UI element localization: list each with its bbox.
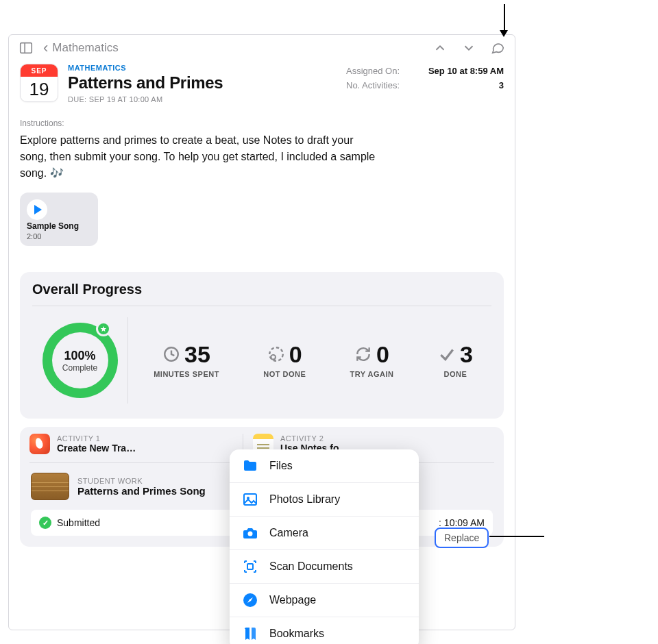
svg-rect-0 — [21, 43, 32, 53]
clock-icon — [162, 345, 180, 363]
attachment-source-menu: Files Photos Library Camera Scan Documen… — [230, 449, 419, 644]
assigned-on-label: Assigned On: — [346, 66, 400, 76]
menu-item-files[interactable]: Files — [230, 449, 419, 482]
submission-time: : 10:09 AM — [439, 517, 485, 528]
attachment-duration: 2:00 — [27, 232, 91, 240]
back-button[interactable]: ‹ Mathematics — [43, 40, 119, 55]
due-line: DUE: SEP 19 AT 10:00 AM — [68, 95, 337, 103]
svg-rect-10 — [247, 564, 253, 569]
replace-button[interactable]: Replace — [435, 528, 489, 548]
stat-done: 3 DONE — [438, 343, 473, 378]
safari-icon — [242, 592, 258, 608]
overall-progress-card: Overall Progress 100% Complete ★ 35 — [20, 272, 504, 419]
photo-icon — [242, 491, 258, 508]
work-thumbnail-icon — [31, 473, 69, 500]
bookmark-icon — [242, 626, 258, 642]
camera-icon — [242, 525, 258, 541]
submission-status: Submitted — [57, 517, 100, 528]
progress-percent: 100% — [64, 349, 95, 363]
calendar-date-icon: SEP 19 — [20, 64, 58, 102]
stat-minutes-spent: 35 MINUTES SPENT — [154, 343, 219, 378]
activity-item[interactable]: ACTIVITY 1 Create New Tra… — [29, 434, 243, 454]
submitted-check-icon: ✓ — [39, 517, 51, 529]
next-icon[interactable] — [461, 40, 476, 55]
overall-progress-title: Overall Progress — [32, 282, 491, 306]
not-done-icon — [267, 345, 285, 363]
scan-icon — [242, 558, 258, 575]
assignment-header: SEP 19 MATHEMATICS Patterns and Primes D… — [9, 64, 515, 109]
assignment-title: Patterns and Primes — [68, 73, 337, 92]
checkmark-icon — [438, 345, 456, 363]
subject-label: MATHEMATICS — [68, 64, 337, 72]
stats-row: 35 MINUTES SPENT 0 NOT DONE 0 — [135, 343, 491, 378]
menu-item-scan[interactable]: Scan Documents — [230, 549, 419, 583]
callout-line-replace — [489, 536, 544, 537]
play-icon[interactable] — [27, 199, 47, 220]
folder-icon — [242, 458, 258, 474]
star-badge-icon: ★ — [96, 321, 111, 336]
svg-rect-7 — [244, 494, 256, 505]
prev-icon[interactable] — [432, 40, 448, 55]
toolbar: ‹ Mathematics — [9, 35, 515, 64]
menu-item-camera[interactable]: Camera — [230, 516, 419, 549]
calendar-day: 19 — [29, 77, 49, 98]
sidebar-toggle-icon[interactable] — [19, 40, 34, 55]
meta-block: Assigned On: Sep 10 at 8:59 AM No. Activ… — [346, 64, 504, 92]
attachment-card[interactable]: Sample Song 2:00 — [20, 193, 98, 246]
instructions-label: Instructions: — [9, 109, 515, 131]
svg-point-9 — [248, 532, 253, 536]
stat-try-again: 0 TRY AGAIN — [350, 343, 394, 378]
menu-item-photos[interactable]: Photos Library — [230, 482, 419, 516]
menu-item-webpage[interactable]: Webpage — [230, 583, 419, 617]
assigned-on-value: Sep 10 at 8:59 AM — [428, 66, 504, 76]
chevron-left-icon: ‹ — [43, 40, 48, 55]
instructions-body: Explore patterns and primes to create a … — [9, 131, 393, 188]
calendar-month: SEP — [21, 64, 58, 77]
attachment-name: Sample Song — [27, 221, 91, 231]
garageband-icon — [29, 434, 50, 454]
refresh-icon — [354, 345, 372, 363]
progress-ring: 100% Complete ★ — [32, 317, 128, 404]
activities-count-label: No. Activities: — [346, 80, 400, 90]
menu-item-bookmarks[interactable]: Bookmarks — [230, 617, 419, 644]
activities-count-value: 3 — [499, 80, 504, 90]
callout-arrow-top — [500, 30, 508, 37]
stat-not-done: 0 NOT DONE — [263, 343, 306, 378]
messages-icon[interactable] — [490, 40, 505, 55]
progress-caption: Complete — [62, 363, 97, 373]
back-label: Mathematics — [52, 41, 118, 55]
